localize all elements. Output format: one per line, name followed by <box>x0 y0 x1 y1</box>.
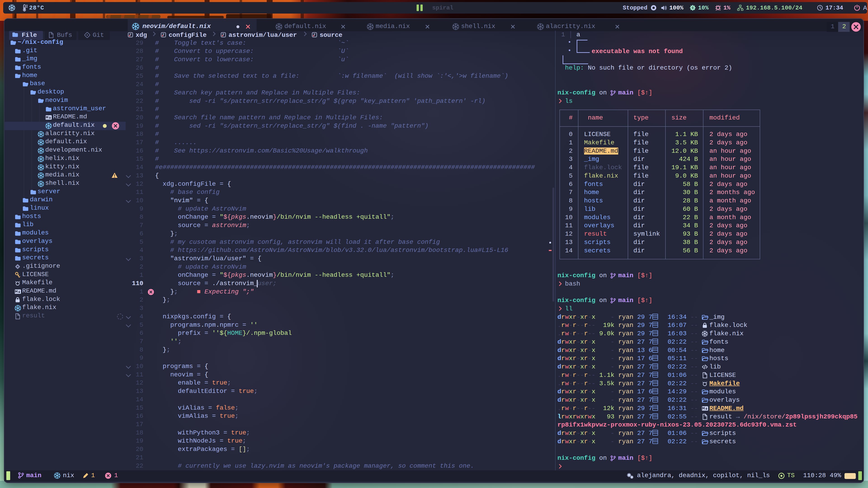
svg-text:64: 64 <box>691 6 694 9</box>
